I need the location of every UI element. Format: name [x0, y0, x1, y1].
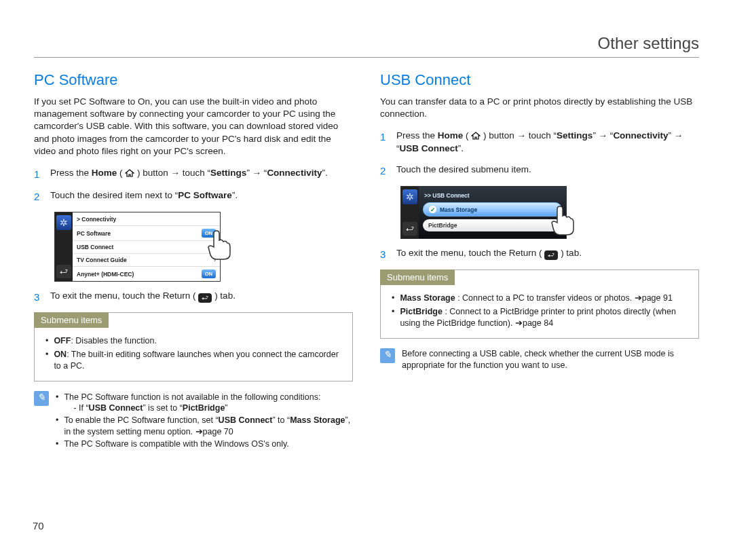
pc-software-intro: If you set PC Software to On, you can us…: [34, 96, 353, 157]
pc-step-3: 3 To exit the menu, touch the Return ( ⮐…: [34, 290, 353, 304]
settings-label: Settings: [210, 168, 246, 178]
usb-connect-intro: You can transfer data to a PC or print p…: [380, 96, 699, 120]
menu-row-usb-connect: USB Connect: [73, 240, 220, 253]
bullet-icon: •: [392, 306, 394, 330]
usb-step-3: 3 To exit the menu, touch the Return ( ⮐…: [380, 247, 699, 261]
text: Press the: [50, 168, 92, 178]
text: ”.: [458, 143, 464, 153]
text: ) tab.: [558, 248, 582, 258]
text: To exit the menu, touch the Return (: [396, 248, 544, 258]
text: ) button → touch “: [481, 130, 557, 141]
connectivity-label: Connectivity: [613, 130, 668, 141]
step-number: 1: [34, 167, 43, 181]
text: ) button → touch “: [134, 168, 210, 178]
page-number: 70: [33, 520, 44, 531]
text: Touch the desired item next to “: [50, 190, 178, 200]
on-label: ON: [54, 350, 67, 359]
bullet-icon: •: [45, 335, 48, 348]
return-icon: ⮐: [198, 293, 212, 303]
submenu-box-usb: Submenu items •Mass Storage : Connect to…: [380, 269, 699, 339]
left-column: PC Software If you set PC Software to On…: [34, 71, 353, 451]
globe-icon: ✲: [56, 215, 71, 230]
right-column: USB Connect You can transfer data to a P…: [380, 71, 699, 451]
note-block-pc: ✎ • The PC Software function is not avai…: [34, 391, 353, 451]
step-number: 3: [34, 290, 43, 304]
pictbridge-label: PictBridge: [183, 403, 225, 413]
menu-breadcrumb: >> USB Connect: [423, 191, 562, 202]
step-number: 3: [380, 247, 390, 261]
usb-connect-label: USB Connect: [400, 143, 458, 153]
globe-icon: ✲: [402, 189, 417, 204]
home-icon: [471, 130, 481, 143]
note-text: Before connecting a USB cable, check whe…: [402, 348, 699, 371]
text: : Disables the function.: [71, 336, 156, 346]
usb-step-1: 1 Press the Home ( ) button → touch “Set…: [380, 130, 699, 155]
step-number: 2: [34, 189, 43, 204]
text: To enable the PC Software function, set …: [64, 415, 218, 425]
menu-row-pc-software: PC Software ON: [73, 225, 220, 240]
on-badge: ON: [202, 269, 216, 278]
usb-step-2: 2 Touch the desired submenu item.: [380, 164, 699, 178]
bullet-icon: •: [45, 349, 48, 373]
back-icon: ⮐: [402, 222, 417, 236]
step-number: 2: [380, 164, 390, 178]
page-header: Other settings: [34, 34, 699, 58]
text: To exit the menu, touch the Return (: [50, 291, 198, 301]
bullet-icon: •: [56, 392, 58, 415]
row-label: PC Software: [77, 230, 111, 237]
section-title-pc-software: PC Software: [34, 71, 353, 89]
text: (: [463, 130, 471, 141]
text: ”.: [322, 168, 327, 178]
home-label: Home: [92, 168, 117, 178]
pc-software-label: PC Software: [178, 190, 232, 200]
note-icon: ✎: [34, 391, 49, 406]
pictbridge-label: PictBridge: [400, 307, 443, 316]
connectivity-menu-screenshot: ✲ ⮐ > Connectivity PC Software ON USB Co…: [54, 212, 221, 282]
text: : The built-in editing software launches…: [54, 350, 338, 371]
home-icon: [125, 167, 134, 180]
submenu-box-pc: Submenu items •OFF: Disables the functio…: [34, 312, 353, 381]
usb-connect-label: USB Connect: [89, 403, 143, 413]
text: (: [117, 168, 125, 178]
settings-label: Settings: [557, 130, 593, 141]
text: The PC Software function is not availabl…: [64, 392, 320, 402]
home-label: Home: [438, 130, 464, 141]
text: ”.: [232, 190, 238, 200]
check-icon: ✓: [429, 206, 436, 213]
back-icon: ⮐: [56, 265, 71, 278]
row-label: TV Connect Guide: [77, 257, 127, 263]
text: ”: [225, 403, 227, 413]
touch-hand-icon: [203, 227, 236, 264]
row-label: USB Connect: [77, 244, 113, 250]
return-icon: ⮐: [544, 250, 558, 260]
connectivity-label: Connectivity: [267, 168, 322, 178]
section-title-usb-connect: USB Connect: [380, 71, 699, 89]
text: ) tab.: [212, 291, 236, 301]
submenu-tab: Submenu items: [380, 269, 455, 285]
menu-breadcrumb: > Connectivity: [73, 212, 220, 225]
menu-row-tv-connect: TV Connect Guide ›: [73, 253, 220, 266]
mass-storage-label: Mass Storage: [400, 293, 455, 303]
menu-option-pictbridge: PictBridge: [423, 219, 562, 231]
submenu-tab: Submenu items: [34, 312, 109, 328]
menu-row-anynet: Anynet+ (HDMI-CEC) ON: [73, 266, 220, 281]
bullet-icon: •: [392, 293, 394, 305]
bullet-icon: •: [56, 438, 58, 450]
usb-connect-menu-screenshot: ✲ ⮐ >> USB Connect ✓ Mass Storage PictBr…: [400, 186, 567, 239]
text: : Connect to a PC to transfer videos or …: [455, 293, 673, 303]
step-number: 1: [380, 130, 390, 155]
touch-hand-icon: [546, 202, 579, 240]
text: ” → “: [593, 130, 613, 141]
text: Touch the desired submenu item.: [396, 164, 531, 178]
note-icon: ✎: [380, 348, 395, 363]
text: ” is set to “: [143, 403, 182, 413]
bullet-icon: •: [56, 415, 58, 438]
text: - If “: [73, 403, 88, 413]
option-label: Mass Storage: [440, 206, 477, 213]
menu-option-mass-storage-selected: ✓ Mass Storage: [423, 202, 562, 217]
row-label: Anynet+ (HDMI-CEC): [77, 271, 134, 278]
off-label: OFF: [54, 336, 71, 346]
text: The PC Software is compatible with the W…: [64, 438, 288, 450]
mass-storage-label: Mass Storage: [290, 415, 345, 425]
usb-connect-label: USB Connect: [219, 415, 273, 425]
